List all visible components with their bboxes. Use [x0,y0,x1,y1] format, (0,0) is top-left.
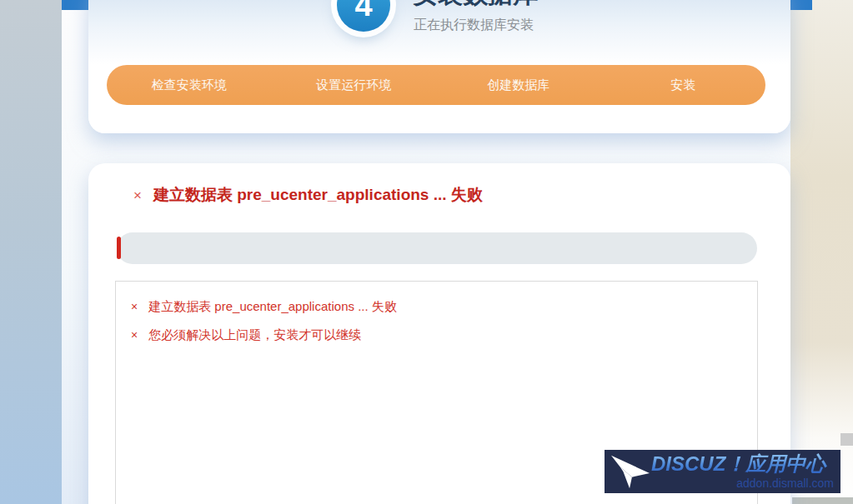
error-message-row: × 您必须解决以上问题，安装才可以继续 [131,321,757,349]
error-message-row: × 建立数据表 pre_ucenter_applications ... 失败 [131,292,757,321]
paper-plane-icon [610,452,651,491]
error-message-text: 您必须解决以上问题，安装才可以继续 [148,321,361,348]
error-cross-icon: × [131,322,138,349]
background-gray-strip [792,497,853,504]
watermark-badge: DISCUZ！应用中心 addon.dismall.com [605,450,840,493]
background-gray-patch [840,433,853,446]
error-cross-icon: × [131,293,138,321]
error-heading: × 建立数据表 pre_ucenter_applications ... 失败 [133,184,483,206]
error-heading-text: 建立数据表 pre_ucenter_applications ... 失败 [153,184,483,206]
step-setup-environment: 设置运行环境 [272,77,437,93]
install-progress-fill [117,237,121,259]
error-cross-icon: × [133,187,142,204]
install-steps-bar: 检查安装环境 设置运行环境 创建数据库 安装 [107,65,765,105]
install-page: 4 安装数据库 正在执行数据库安装 检查安装环境 设置运行环境 创建数据库 安装… [0,0,853,504]
step-header-card: 4 安装数据库 正在执行数据库安装 检查安装环境 设置运行环境 创建数据库 安装 [88,0,790,133]
watermark-brand: DISCUZ！应用中心 [651,453,834,475]
background-left-strip [0,0,62,504]
page-subtitle: 正在执行数据库安装 [414,17,534,34]
watermark-text: DISCUZ！应用中心 addon.dismall.com [651,453,840,490]
page-title: 安装数据库 [413,0,538,7]
error-message-text: 建立数据表 pre_ucenter_applications ... 失败 [148,292,397,320]
background-right-strip [790,0,853,504]
step-number: 4 [354,0,372,23]
step-check-environment: 检查安装环境 [107,77,272,93]
step-number-badge: 4 [337,0,390,32]
watermark-domain: addon.dismall.com [651,477,834,490]
step-create-database: 创建数据库 [436,77,601,93]
install-progress-bar [117,232,757,264]
step-install: 安装 [601,77,766,93]
